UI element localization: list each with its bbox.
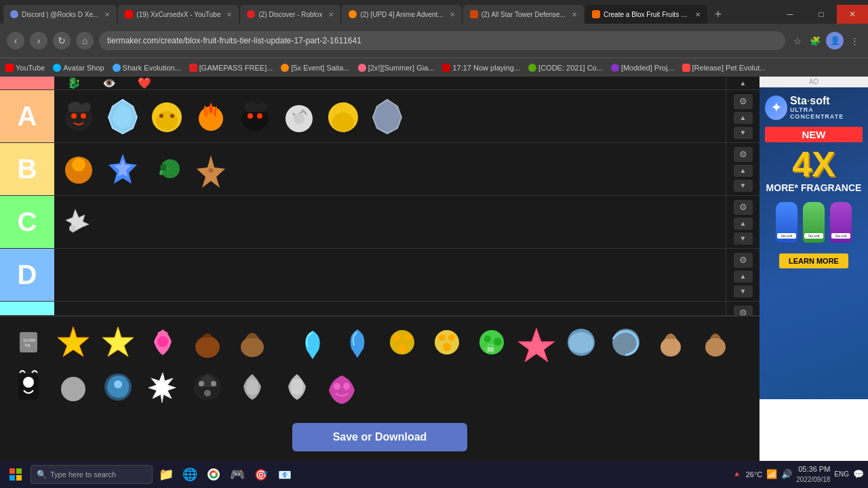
tier-c-settings[interactable]: ⚙	[734, 200, 753, 215]
tier-item[interactable]	[233, 95, 276, 138]
ad-learn-more-button[interactable]: LEARN MORE	[779, 253, 848, 268]
new-tab-button[interactable]: +	[709, 5, 728, 24]
pool-item[interactable]	[336, 321, 378, 363]
bookmark-modded[interactable]: [Modded] Proj...	[611, 64, 674, 72]
pool-item[interactable]	[7, 365, 50, 408]
bookmark-code[interactable]: [CODE: 2021] Co...	[528, 64, 603, 72]
tier-b-settings[interactable]: ⚙	[734, 147, 753, 162]
pool-item[interactable]	[141, 321, 184, 363]
pool-item[interactable]	[559, 321, 602, 363]
bookmark-star[interactable]: ☆	[791, 34, 804, 47]
tab-roblox[interactable]: (2) Discover - Roblox ✕	[240, 5, 340, 24]
taskbar-search[interactable]: 🔍 Type here to search	[31, 465, 153, 484]
tier-item[interactable]	[189, 148, 232, 190]
extensions-btn[interactable]: 🧩	[808, 34, 822, 47]
tier-item[interactable]	[189, 95, 232, 138]
pool-item[interactable]	[515, 321, 557, 363]
home-button[interactable]: ⌂	[76, 32, 94, 49]
profile-avatar[interactable]: 👤	[826, 32, 844, 49]
pool-item[interactable]	[694, 321, 736, 363]
close-button[interactable]: ✕	[837, 5, 868, 24]
tab-tier[interactable]: Create a Blox Fruit Fruits [Up... ✕	[585, 5, 707, 24]
reload-button[interactable]: ↻	[53, 32, 71, 49]
taskbar-clock[interactable]: 05:36 PM 2022/09/18	[796, 464, 830, 484]
taskbar-chrome[interactable]	[203, 464, 224, 485]
tier-item[interactable]	[101, 148, 144, 190]
tier-d-items[interactable]	[54, 249, 726, 301]
start-button[interactable]	[4, 463, 27, 486]
taskbar-steam[interactable]: 🎮	[227, 464, 248, 485]
tier-item[interactable]	[277, 95, 320, 138]
pool-item[interactable]	[231, 365, 273, 408]
tier-d-settings[interactable]: ⚙	[734, 253, 753, 268]
bookmark-playing[interactable]: 17:17 Now playing...	[442, 64, 520, 72]
pool-item[interactable]: 10,000Kg	[7, 321, 50, 363]
tier-f-settings[interactable]: ⚙	[734, 306, 753, 316]
minimize-button[interactable]: ─	[774, 5, 806, 24]
taskbar-app6[interactable]: 📧	[275, 464, 295, 485]
pool-item[interactable]	[604, 321, 647, 363]
pool-item[interactable]	[141, 365, 184, 408]
tab-tower[interactable]: (2) All Star Tower Defense... ✕	[463, 5, 584, 24]
pool-item[interactable]	[186, 321, 229, 363]
pool-item[interactable]	[649, 321, 692, 363]
bookmark-gamepass[interactable]: [GAMEPASS FREE]...	[189, 64, 273, 72]
bookmark-5x[interactable]: [5x Event] Saita...	[281, 64, 349, 72]
taskbar-edge[interactable]: 🌐	[180, 464, 200, 485]
tab-yt1-close[interactable]: ✕	[226, 11, 232, 18]
tier-item[interactable]	[57, 148, 100, 190]
tier-a-down[interactable]: ▼	[734, 127, 753, 139]
pool-item[interactable]	[275, 365, 318, 408]
tier-c-up[interactable]: ▲	[734, 218, 753, 230]
tab-tower-close[interactable]: ✕	[572, 11, 577, 18]
tier-item[interactable]	[366, 95, 408, 138]
address-input[interactable]	[99, 31, 785, 50]
pool-item[interactable]: 🐉	[57, 77, 91, 89]
bookmark-avatar[interactable]: Avatar Shop	[53, 64, 104, 72]
tier-item[interactable]	[145, 95, 188, 138]
pool-item[interactable]: 👁️	[92, 77, 126, 89]
bookmark-summer[interactable]: [2x!][Summer] Gia...	[358, 64, 435, 72]
tab-anime-close[interactable]: ✕	[450, 11, 455, 18]
tab-anime[interactable]: (2) [UPD 4] Anime Advent... ✕	[342, 5, 461, 24]
pool-item[interactable]	[52, 321, 94, 363]
taskbar-files[interactable]: 📁	[156, 464, 176, 485]
pool-item[interactable]	[186, 365, 229, 408]
tier-item[interactable]	[145, 148, 188, 190]
tier-c-items[interactable]	[54, 196, 726, 248]
tier-a-up[interactable]: ▲	[734, 112, 753, 124]
pool-item[interactable]: ❤️	[127, 77, 161, 89]
tier-f-items[interactable]	[54, 302, 726, 315]
pool-item[interactable]: ☠	[470, 321, 513, 363]
pool-item[interactable]	[291, 321, 334, 363]
forward-button[interactable]: ›	[30, 32, 47, 49]
tier-s-up[interactable]: ▲	[740, 79, 747, 87]
bookmark-youtube[interactable]: YouTube	[5, 64, 45, 72]
save-download-button[interactable]: Save or Download	[292, 423, 468, 451]
pool-item[interactable]	[231, 321, 273, 363]
tier-d-down[interactable]: ▼	[734, 285, 753, 298]
maximize-button[interactable]: □	[806, 5, 837, 24]
tier-c-down[interactable]: ▼	[734, 232, 753, 245]
tier-a-settings[interactable]: ⚙	[734, 94, 753, 109]
tier-b-down[interactable]: ▼	[734, 180, 753, 192]
items-pool[interactable]: 10,000Kg	[0, 315, 760, 413]
pool-item[interactable]	[320, 365, 363, 408]
taskbar-app5[interactable]: 🎯	[251, 464, 271, 485]
pool-item[interactable]	[96, 321, 139, 363]
bookmark-release[interactable]: [Release] Pet Evolut...	[682, 64, 766, 72]
tier-item[interactable]	[57, 95, 100, 138]
tier-item[interactable]	[321, 95, 364, 138]
tab-discord[interactable]: Discord | @Rocks D Xe... ✕	[3, 5, 117, 24]
tab-roblox-close[interactable]: ✕	[328, 11, 334, 18]
pool-item[interactable]	[425, 321, 468, 363]
pool-item[interactable]	[52, 365, 94, 408]
back-button[interactable]: ‹	[7, 32, 24, 49]
tier-item[interactable]	[57, 201, 100, 243]
tab-discord-close[interactable]: ✕	[104, 11, 110, 18]
tier-d-up[interactable]: ▲	[734, 270, 753, 283]
tier-b-up[interactable]: ▲	[734, 165, 753, 177]
tier-a-items[interactable]	[54, 90, 726, 142]
tab-tier-close[interactable]: ✕	[695, 11, 701, 18]
bookmark-shark[interactable]: Shark Evolution...	[113, 64, 181, 72]
